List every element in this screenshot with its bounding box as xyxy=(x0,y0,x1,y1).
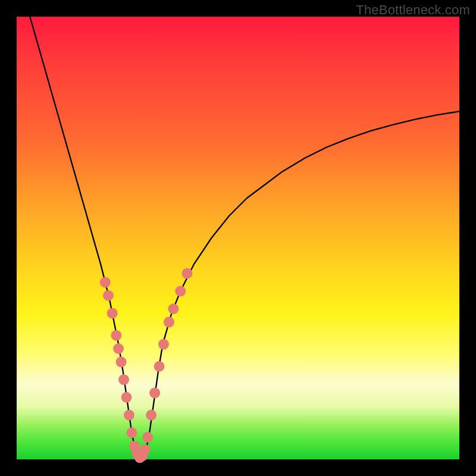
curve-marker xyxy=(124,410,134,421)
curve-marker xyxy=(121,392,132,403)
curve-marker xyxy=(158,339,169,350)
curve-marker xyxy=(100,277,111,287)
curve-marker xyxy=(118,374,129,385)
plot-area xyxy=(17,17,459,459)
curve-marker xyxy=(113,343,124,354)
curve-marker xyxy=(154,361,165,372)
curve-marker xyxy=(116,356,127,367)
bottleneck-curve-svg xyxy=(17,17,459,459)
bottleneck-curve xyxy=(30,17,459,459)
curve-marker xyxy=(142,432,153,443)
curve-marker xyxy=(107,308,118,318)
curve-marker xyxy=(175,286,186,296)
curve-marker xyxy=(149,387,160,398)
watermark-text: TheBottleneck.com xyxy=(356,2,470,18)
curve-marker xyxy=(181,268,192,279)
chart-frame: TheBottleneck.com xyxy=(0,0,476,476)
curve-marker xyxy=(126,427,137,438)
curve-marker xyxy=(168,303,178,314)
curve-marker xyxy=(140,444,151,455)
curve-marker xyxy=(103,290,114,301)
curve-marker xyxy=(164,317,174,327)
curve-marker xyxy=(111,330,121,341)
curve-marker xyxy=(146,410,156,421)
